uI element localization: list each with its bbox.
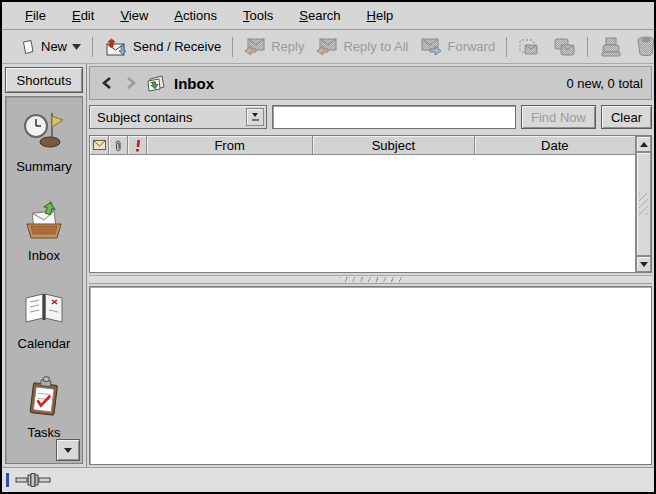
calendar-icon (22, 286, 66, 330)
move-message-icon (518, 37, 540, 57)
menu-actions[interactable]: Actions (161, 4, 230, 27)
summary-icon (22, 109, 66, 153)
sidebar-item-calendar[interactable]: Calendar (6, 286, 82, 375)
menu-tools[interactable]: Tools (230, 4, 286, 27)
column-from-label: From (214, 138, 244, 153)
reply-all-icon (316, 37, 338, 56)
find-now-button[interactable]: Find Now (521, 105, 596, 129)
sidebar-item-label: Tasks (27, 425, 60, 440)
clear-label: Clear (611, 110, 642, 125)
app-window: File Edit View Actions Tools Search Help… (0, 0, 656, 494)
arrow-down-icon (640, 262, 648, 267)
new-button[interactable]: New (14, 36, 87, 58)
folder-message-counts: 0 new, 0 total (566, 76, 643, 91)
sidebar-item-inbox[interactable]: Inbox (6, 198, 82, 287)
arrow-up-icon (640, 142, 648, 147)
forward-nav-button[interactable] (122, 73, 140, 93)
back-button[interactable] (98, 73, 116, 93)
reply-label: Reply (271, 39, 304, 54)
preview-pane (89, 286, 652, 465)
chevron-down-icon (72, 44, 81, 50)
toolbar-separator (506, 37, 507, 57)
forward-icon (420, 37, 442, 56)
reply-to-all-label: Reply to All (343, 39, 408, 54)
folder-title: Inbox (174, 75, 214, 92)
sidebar-item-summary[interactable]: Summary (6, 109, 82, 198)
tasks-icon (22, 375, 66, 419)
inbox-tray-icon (22, 198, 66, 242)
menu-search[interactable]: Search (286, 4, 353, 27)
online-status-icon[interactable] (15, 473, 51, 487)
pane-splitter[interactable] (89, 275, 652, 284)
progress-indicator (6, 473, 9, 487)
attachment-icon (114, 139, 122, 152)
move-to-folder-button[interactable] (512, 34, 546, 60)
message-list: From Subject Date (89, 135, 652, 273)
message-list-header: From Subject Date (90, 136, 635, 155)
shortcuts-label: Shortcuts (17, 73, 72, 88)
new-document-icon (20, 39, 36, 55)
scroll-down-button[interactable] (636, 256, 651, 272)
message-status-icon (93, 140, 106, 150)
menu-help[interactable]: Help (354, 4, 407, 27)
forward-button[interactable]: Forward (414, 34, 501, 59)
shortcuts-scroll-down-button[interactable] (56, 439, 80, 461)
column-subject-label: Subject (372, 138, 415, 153)
column-importance[interactable] (128, 136, 147, 155)
scrollbar-thumb[interactable] (636, 152, 651, 256)
column-date-label: Date (541, 138, 568, 153)
thumb-grip (639, 193, 648, 215)
copy-message-icon (552, 37, 576, 57)
status-bar (2, 467, 654, 492)
dropdown-arrow-icon (246, 108, 264, 126)
shortcuts-panel: Summary Inbox (5, 96, 83, 464)
main-area: Shortcuts Summary (2, 64, 654, 467)
reply-to-all-button[interactable]: Reply to All (310, 34, 414, 59)
sidebar-item-label: Calendar (18, 336, 71, 351)
printer-icon (599, 37, 623, 57)
toolbar-separator (232, 37, 233, 57)
clear-button[interactable]: Clear (601, 105, 652, 129)
sidebar-item-label: Inbox (28, 248, 60, 263)
shortcuts-group-button[interactable]: Shortcuts (5, 67, 83, 93)
trash-icon (635, 36, 656, 57)
search-criteria-dropdown[interactable]: Subject contains (89, 105, 267, 129)
column-subject[interactable]: Subject (313, 136, 474, 155)
scroll-up-button[interactable] (636, 136, 651, 152)
menu-view[interactable]: View (107, 4, 161, 27)
reply-icon (244, 37, 266, 56)
send-receive-label: Send / Receive (133, 39, 221, 54)
inbox-folder-icon (146, 74, 166, 92)
copy-message-button[interactable] (546, 34, 582, 60)
send-receive-icon (104, 37, 128, 57)
splitter-grip (339, 277, 403, 282)
column-message-status[interactable] (90, 136, 109, 155)
search-input[interactable] (272, 105, 516, 129)
content-area: Inbox 0 new, 0 total Subject contains Fi… (87, 64, 654, 467)
importance-icon (133, 139, 142, 152)
menu-bar: File Edit View Actions Tools Search Help (2, 2, 654, 30)
toolbar: New Send / Receive (2, 30, 654, 64)
search-bar: Subject contains Find Now Clear (89, 102, 652, 132)
toolbar-separator (92, 37, 93, 57)
send-receive-button[interactable]: Send / Receive (98, 34, 227, 60)
message-list-scrollbar[interactable] (635, 136, 651, 272)
column-date[interactable]: Date (475, 136, 635, 155)
find-now-label: Find Now (531, 110, 586, 125)
message-list-body (90, 155, 635, 272)
new-button-label: New (41, 39, 67, 54)
column-attachment[interactable] (109, 136, 128, 155)
sidebar-item-label: Summary (16, 159, 72, 174)
column-from[interactable]: From (147, 136, 313, 155)
search-criteria-value: Subject contains (97, 110, 246, 125)
shortcuts-sidebar: Shortcuts Summary (2, 64, 87, 467)
toolbar-separator (587, 37, 588, 57)
folder-header: Inbox 0 new, 0 total (89, 66, 652, 100)
print-button[interactable] (593, 34, 629, 60)
menu-edit[interactable]: Edit (59, 4, 107, 27)
reply-button[interactable]: Reply (238, 34, 310, 59)
menu-file[interactable]: File (12, 4, 59, 27)
forward-label: Forward (447, 39, 495, 54)
delete-button[interactable] (629, 33, 656, 60)
chevron-down-icon (64, 448, 72, 453)
